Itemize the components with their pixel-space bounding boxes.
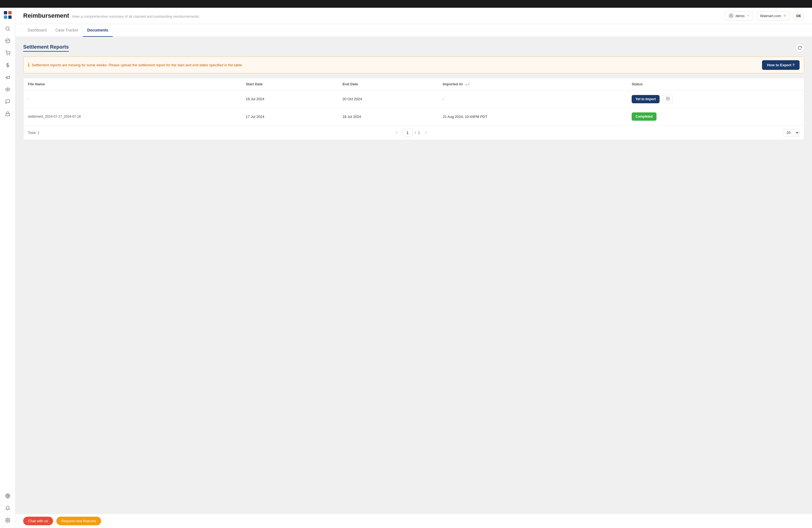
upload-button-1[interactable] [663,95,673,103]
col-end-date: End Date [338,78,438,90]
page-number-input[interactable] [403,129,412,136]
cell-filename-2: settlement_2024-07-17_2024-07-18 [24,108,242,126]
col-start-date: Start Date [242,78,338,90]
section-title: Settlement Reports [23,44,69,52]
yet-to-import-button[interactable]: Yet to Import [632,95,659,103]
cell-end-date-1: 20 Oct 2024 [338,90,438,108]
chat-with-us-button[interactable]: Chat with us [23,517,53,525]
svg-rect-2 [4,15,7,19]
sidebar-icon-eye[interactable] [2,84,13,95]
svg-rect-3 [8,15,12,19]
cell-status-1: Yet to Import [627,90,804,108]
sidebar-icon-dollar[interactable] [2,60,13,71]
svg-rect-0 [4,11,7,14]
settlement-table: File Name Start Date End Date Imported A… [23,78,804,140]
sidebar-icon-settings[interactable] [2,515,13,526]
page-separator: / [415,131,416,135]
cell-start-date-1: 19 Jul 2024 [242,90,338,108]
tab-case-tracker[interactable]: Case Tracker [51,24,83,37]
cell-imported-at-2: 21 Aug 2024, 10:44PM PDT [438,108,627,126]
sidebar-icon-telegram[interactable] [2,490,13,501]
cell-status-2: Completed [627,108,804,126]
sidebar-icon-lock[interactable] [2,108,13,119]
page-subtitle: View a comprehensive summary of all clai… [72,14,200,18]
table-row: - 19 Jul 2024 20 Oct 2024 - Yet to Impor… [24,90,804,108]
sidebar-icon-search[interactable] [2,23,13,34]
user-menu[interactable]: demo [725,11,753,20]
svg-rect-11 [6,114,10,116]
pagination-total: Total: 1 [28,131,40,135]
bottom-bar: Chat with us Request new features [15,514,812,528]
svg-point-8 [9,55,10,55]
total-pages: 1 [418,131,420,135]
store-selector[interactable]: Walmart.com ✦ [756,11,790,20]
alert-icon: ℹ [28,62,30,68]
page-header: Reimbursement View a comprehensive summa… [15,8,812,24]
svg-point-10 [7,89,8,90]
tab-dashboard[interactable]: Dashboard [23,24,51,37]
prev-page-button[interactable] [393,129,401,136]
svg-point-13 [7,520,8,521]
app-logo[interactable] [3,10,13,20]
top-bar [0,0,812,8]
sidebar-icon-bell[interactable] [2,503,13,514]
sidebar-icon-megaphone[interactable] [2,72,13,83]
col-filename: File Name [24,78,242,90]
svg-point-7 [7,55,8,55]
tabs-bar: Dashboard Case Tracker Documents [15,24,812,37]
sidebar [0,8,15,528]
store-name: Walmart.com [760,14,781,18]
avatar [728,13,734,18]
sidebar-icon-cart[interactable] [2,47,13,59]
cell-end-date-2: 18 Jul 2024 [338,108,438,126]
per-page-select[interactable]: 20 50 100 [783,129,800,136]
svg-line-5 [9,30,10,30]
walmart-star-icon: ✦ [783,13,786,18]
table-row: settlement_2024-07-17_2024-07-18 17 Jul … [24,108,804,126]
alert-message: Settlement reports are missing for some … [32,63,243,67]
sidebar-icon-chat[interactable] [2,96,13,107]
chevron-down-icon [746,14,750,17]
user-name: demo [736,14,744,18]
svg-point-4 [6,27,9,30]
sidebar-icon-analytics[interactable] [2,35,13,46]
how-to-export-button[interactable]: How to Export ? [762,60,800,70]
page-title: Reimbursement [23,12,69,19]
cell-imported-at-1: - [438,90,627,108]
cell-filename-1: - [24,90,242,108]
svg-point-14 [730,14,732,16]
col-status: Status [627,78,804,90]
tab-documents[interactable]: Documents [83,24,113,37]
cell-start-date-2: 17 Jul 2024 [242,108,338,126]
refresh-button[interactable] [795,43,804,52]
completed-button[interactable]: Completed [632,113,656,121]
alert-banner: ℹ Settlement reports are missing for som… [23,57,804,73]
language-selector[interactable]: DE [793,12,804,20]
col-imported-at[interactable]: Imported At ▲▼ [438,78,627,90]
pagination-row: Total: 1 / 1 20 50 [24,125,804,140]
request-features-button[interactable]: Request new features [56,517,101,525]
svg-rect-1 [8,11,12,14]
main-content: Settlement Reports ℹ Settlement reports … [15,37,812,514]
next-page-button[interactable] [422,129,430,136]
sort-icon: ▲▼ [465,83,470,86]
